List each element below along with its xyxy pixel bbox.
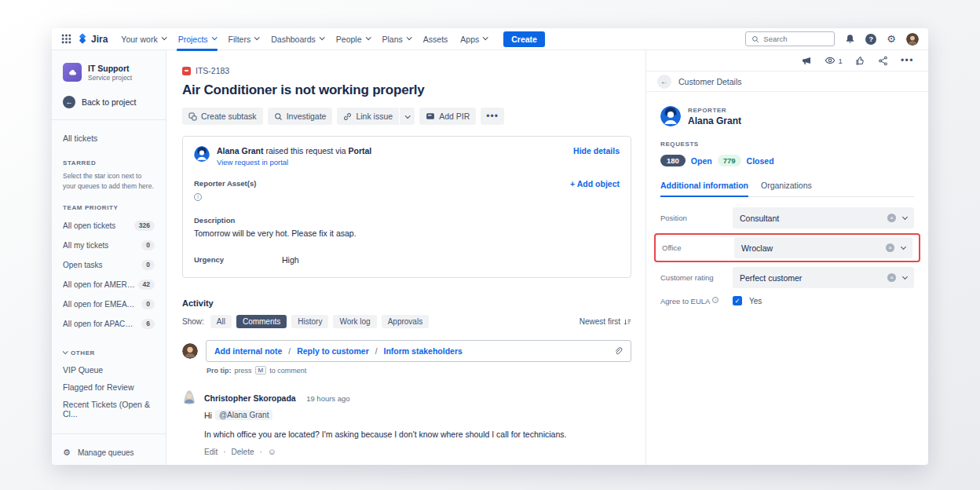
help-icon[interactable]: ? (865, 34, 876, 45)
toolbar-more-button[interactable]: ••• (481, 108, 504, 125)
link-icon (343, 112, 352, 121)
settings-gear-icon[interactable]: ⚙ (887, 34, 896, 44)
manage-queues[interactable]: ⚙ Manage queues (63, 444, 155, 462)
filter-history[interactable]: History (291, 315, 328, 328)
nav-apps[interactable]: Apps (460, 28, 487, 50)
open-requests-link[interactable]: Open (691, 156, 712, 166)
search-input[interactable] (763, 35, 826, 43)
add-pir-button[interactable]: Add PIR (419, 108, 476, 125)
queue-amer-region[interactable]: All open for AMER Regi...42 (63, 275, 155, 294)
customer-rating-select[interactable]: Perfect customer × (733, 267, 914, 288)
info-icon[interactable]: i (712, 297, 719, 303)
reporter-assets-label: Reporter Asset(s) (194, 179, 256, 188)
nav-assets[interactable]: Assets (423, 28, 448, 50)
comment-input[interactable]: Add internal note / Reply to customer / … (206, 340, 631, 362)
field-office: Office Wroclaw × (662, 237, 912, 258)
create-subtask-button[interactable]: Create subtask (182, 108, 263, 125)
clear-icon[interactable]: × (887, 214, 896, 222)
link-issue-dropdown[interactable] (400, 108, 415, 125)
clear-icon[interactable]: × (887, 273, 896, 282)
project-header[interactable]: IT Support Service project (63, 63, 155, 82)
current-user-avatar (182, 343, 198, 359)
filter-approvals[interactable]: Approvals (382, 315, 429, 328)
team-priority-heading: TEAM PRIORITY (63, 204, 155, 211)
view-request-in-portal-link[interactable]: View request in portal (217, 158, 371, 166)
incident-type-icon (182, 67, 191, 75)
give-feedback[interactable]: Give feedback (63, 462, 155, 466)
sort-order-button[interactable]: Newest first (580, 317, 631, 326)
queue-recent-tickets[interactable]: Recent Tickets (Open & Cl... (63, 396, 155, 422)
filter-comments[interactable]: Comments (236, 315, 287, 328)
comment-author[interactable]: Christopher Skoropada (204, 393, 296, 403)
show-label: Show: (182, 317, 204, 326)
subtask-icon (188, 112, 197, 121)
issue-key[interactable]: ITS-2183 (196, 66, 229, 75)
nav-projects[interactable]: Projects (178, 28, 216, 50)
comment-delete-link[interactable]: Delete (232, 448, 254, 456)
nav-people[interactable]: People (336, 28, 370, 50)
closed-requests-link[interactable]: Closed (747, 156, 774, 166)
notifications-bell-icon[interactable] (845, 34, 855, 44)
attach-paperclip-icon[interactable] (613, 346, 623, 356)
hide-details-link[interactable]: Hide details (573, 146, 620, 155)
office-select[interactable]: Wroclaw × (734, 237, 912, 258)
issue-title[interactable]: Air Conditioner is not working properly (182, 82, 631, 98)
open-count-badge: 180 (660, 155, 686, 166)
feedback-megaphone-icon[interactable] (802, 56, 812, 66)
user-mention[interactable]: @Alana Grant (215, 410, 273, 420)
urgency-value[interactable]: High (282, 255, 299, 265)
back-to-project[interactable]: ← Back to project (63, 96, 155, 108)
details-title: Customer Details (678, 77, 742, 86)
reply-to-customer-link[interactable]: Reply to customer (297, 346, 369, 356)
add-object-link[interactable]: + Add object (570, 179, 620, 188)
filter-all[interactable]: All (210, 315, 232, 328)
watchers-button[interactable]: 1 (825, 55, 843, 66)
more-actions-icon[interactable]: ••• (901, 55, 914, 66)
other-section-toggle[interactable]: OTHER (63, 349, 155, 357)
comment-author-avatar (182, 390, 196, 456)
share-icon[interactable] (878, 56, 888, 66)
app-switcher-icon[interactable] (61, 34, 71, 44)
queue-open-tasks[interactable]: Open tasks0 (63, 255, 155, 275)
queue-flagged[interactable]: Flagged for Review (63, 378, 155, 396)
queue-all-my-tickets[interactable]: All my tickets0 (63, 236, 155, 255)
nav-dashboards[interactable]: Dashboards (271, 28, 324, 50)
queue-vip[interactable]: VIP Queue (63, 361, 155, 378)
tab-additional-information[interactable]: Additional information (660, 181, 748, 197)
position-select[interactable]: Consultant × (733, 207, 914, 229)
user-avatar[interactable] (906, 33, 919, 46)
link-issue-button[interactable]: Link issue (337, 108, 399, 125)
vote-thumbs-up-icon[interactable] (855, 56, 865, 66)
nav-filters[interactable]: Filters (229, 28, 259, 50)
global-search[interactable] (745, 31, 835, 46)
investigate-button[interactable]: Investigate (268, 108, 333, 125)
tab-organizations[interactable]: Organizations (761, 181, 812, 196)
filter-worklog[interactable]: Work log (333, 315, 376, 328)
comment-edit-link[interactable]: Edit (204, 448, 218, 456)
chevron-down-icon[interactable] (902, 214, 908, 220)
nav-your-work[interactable]: Your work (121, 28, 165, 50)
queue-all-open-tickets[interactable]: All open tickets326 (63, 216, 155, 236)
eula-checkbox[interactable] (733, 296, 742, 305)
reporter-name[interactable]: Alana Grant (688, 115, 741, 126)
inform-stakeholders-link[interactable]: Inform stakeholders (384, 346, 463, 356)
reporter-name[interactable]: Alana Grant (217, 146, 264, 155)
clear-icon[interactable]: × (886, 243, 894, 252)
queue-apac-region[interactable]: All open for APAC Region6 (63, 314, 155, 334)
reporter-avatar[interactable] (660, 106, 681, 126)
nav-plans[interactable]: Plans (382, 28, 411, 50)
queue-emea-region[interactable]: All open for EMEA Region0 (63, 294, 155, 314)
top-navigation: Jira Your work Projects Filters Dashboar… (52, 28, 928, 50)
sidebar-item-all-tickets[interactable]: All tickets (63, 130, 155, 147)
chevron-down-icon[interactable] (901, 244, 906, 250)
jira-logo[interactable]: Jira (77, 34, 108, 45)
request-summary: Alana Grant raised this request via Port… (217, 146, 371, 155)
chevron-down-icon[interactable] (902, 274, 908, 280)
back-arrow-icon[interactable]: ← (657, 75, 671, 89)
add-reaction-icon[interactable]: ☺ (268, 447, 276, 456)
add-internal-note-link[interactable]: Add internal note (214, 346, 282, 356)
description-text[interactable]: Tomorrow will be very hot. Please fix it… (194, 229, 620, 238)
info-icon[interactable]: i (194, 193, 202, 201)
customer-details-panel: 1 ••• ← Customer Details (645, 50, 928, 465)
create-button[interactable]: Create (503, 31, 545, 47)
